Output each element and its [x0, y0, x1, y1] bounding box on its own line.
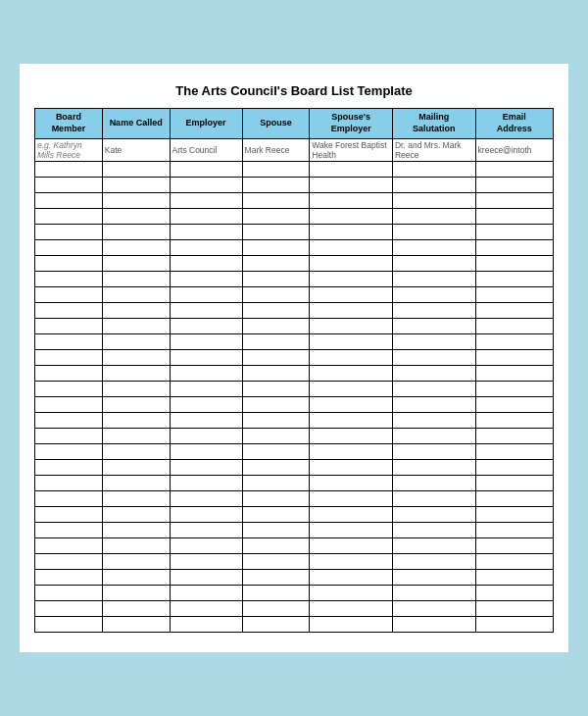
table-row [35, 459, 554, 475]
table-cell [310, 255, 393, 271]
table-cell [242, 192, 310, 208]
table-cell [102, 412, 170, 428]
table-cell [392, 349, 475, 365]
table-cell [310, 333, 393, 349]
table-cell [102, 365, 170, 381]
table-cell [170, 286, 242, 302]
col-header-spouse: Spouse [242, 109, 310, 138]
table-cell [242, 569, 310, 585]
table-cell [170, 600, 242, 616]
table-cell [242, 537, 310, 553]
table-cell [102, 459, 170, 475]
table-cell [102, 522, 170, 537]
table-cell [102, 396, 170, 412]
table-cell [170, 522, 242, 537]
table-cell [35, 224, 103, 239]
table-cell [35, 239, 103, 255]
table-cell [102, 475, 170, 490]
table-cell [310, 302, 393, 318]
table-cell [35, 161, 103, 177]
table-row [35, 443, 554, 459]
example-name-called: Kate [102, 138, 170, 161]
table-cell [35, 192, 103, 208]
table-cell [242, 396, 310, 412]
table-cell [475, 585, 553, 600]
table-cell [102, 318, 170, 333]
table-cell [475, 318, 553, 333]
table-cell [475, 443, 553, 459]
table-cell [170, 459, 242, 475]
table-cell [102, 490, 170, 506]
table-cell [475, 616, 553, 632]
table-row [35, 302, 554, 318]
table-cell [310, 428, 393, 443]
table-cell [310, 271, 393, 286]
table-cell [392, 255, 475, 271]
table-cell [35, 365, 103, 381]
table-cell [35, 271, 103, 286]
table-cell [35, 585, 103, 600]
table-cell [392, 537, 475, 553]
table-cell [242, 333, 310, 349]
table-cell [475, 600, 553, 616]
table-cell [170, 349, 242, 365]
table-cell [392, 616, 475, 632]
table-cell [475, 396, 553, 412]
table-cell [170, 208, 242, 224]
table-cell [170, 537, 242, 553]
table-cell [102, 349, 170, 365]
table-cell [35, 349, 103, 365]
table-cell [102, 255, 170, 271]
table-cell [475, 475, 553, 490]
table-cell [35, 286, 103, 302]
table-cell [392, 475, 475, 490]
table-cell [392, 208, 475, 224]
table-cell [310, 585, 393, 600]
table-cell [310, 349, 393, 365]
table-cell [170, 553, 242, 569]
table-cell [392, 459, 475, 475]
table-cell [242, 302, 310, 318]
table-cell [310, 239, 393, 255]
table-cell [242, 585, 310, 600]
table-cell [170, 475, 242, 490]
table-cell [392, 412, 475, 428]
table-row [35, 177, 554, 192]
table-cell [310, 161, 393, 177]
table-row [35, 318, 554, 333]
table-cell [475, 522, 553, 537]
table-cell [170, 569, 242, 585]
table-cell [475, 177, 553, 192]
table-cell [310, 365, 393, 381]
table-cell [392, 177, 475, 192]
table-row [35, 428, 554, 443]
table-cell [242, 239, 310, 255]
table-cell [102, 302, 170, 318]
table-cell [170, 302, 242, 318]
table-cell [242, 365, 310, 381]
example-spouse: Mark Reece [242, 138, 310, 161]
table-row [35, 412, 554, 428]
table-cell [242, 318, 310, 333]
table-cell [242, 490, 310, 506]
table-cell [475, 381, 553, 396]
table-cell [35, 208, 103, 224]
table-cell [310, 412, 393, 428]
table-cell [35, 333, 103, 349]
table-cell [102, 569, 170, 585]
example-employer: Arts Council [170, 138, 242, 161]
col-header-spouses-employer: Spouse'sEmployer [310, 109, 393, 138]
table-cell [35, 553, 103, 569]
example-row: e.g. Kathryn Mills Reece Kate Arts Counc… [35, 138, 554, 161]
table-cell [242, 177, 310, 192]
table-cell [170, 490, 242, 506]
table-row [35, 365, 554, 381]
table-row [35, 569, 554, 585]
table-cell [170, 333, 242, 349]
example-spouses-employer: Wake Forest Baptist Health [310, 138, 393, 161]
table-cell [392, 286, 475, 302]
table-cell [392, 569, 475, 585]
table-cell [170, 412, 242, 428]
table-cell [102, 271, 170, 286]
table-cell [310, 381, 393, 396]
